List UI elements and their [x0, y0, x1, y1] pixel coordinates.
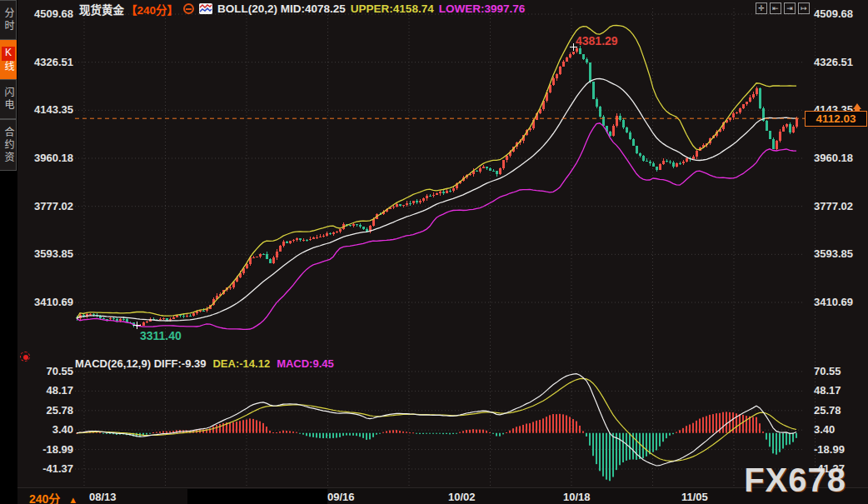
date-tick-label: 11/05: [681, 491, 708, 503]
low-point-marker: [133, 322, 141, 329]
left-axis-label: 4143.35: [25, 103, 73, 116]
macd-macd-value: MACD:9.45: [277, 357, 334, 370]
last-price-label: 4112.03: [805, 111, 867, 127]
boll-mid-line: [77, 79, 796, 322]
candlestick-layer: [76, 46, 798, 328]
right-axis-label: 3593.85: [814, 247, 853, 260]
period-selector[interactable]: 240分▲: [29, 490, 77, 504]
boll-lower-value: LOWER:3997.76: [439, 2, 526, 15]
left-tab-strip: 分时图 K线图 闪电图 合约资料: [0, 0, 17, 504]
trading-app-window: 分时图 K线图 闪电图 合约资料 现货黄金【240分】 BOLL(20,2) M…: [0, 0, 868, 504]
left-axis-label: 3777.02: [25, 200, 73, 212]
right-axis-label: 25.78: [814, 404, 841, 417]
indicator-chart-icon[interactable]: [199, 3, 212, 14]
right-axis-label: 70.55: [814, 365, 841, 377]
boll-upper-value: UPPER:4158.74: [351, 2, 434, 15]
right-axis-label: 3.40: [814, 423, 835, 436]
zoom-out-icon[interactable]: ⇤: [770, 2, 781, 14]
crosshair-tool-icon[interactable]: ✛: [756, 2, 767, 14]
tab-k-prefix: K: [2, 47, 15, 61]
tab-label: 闪电图: [0, 87, 14, 112]
macd-header: MACD(26,12,9) DIFF:-9.39 DEA:-14.12 MACD…: [75, 357, 334, 370]
left-axis-label: 4326.51: [25, 56, 73, 68]
left-axis-label: 3960.18: [25, 152, 73, 164]
left-axis-label: 3593.85: [25, 247, 73, 260]
chevron-up-icon: ▲: [68, 495, 77, 504]
alert-dot-icon[interactable]: [19, 351, 32, 364]
tab-label: 合约资料: [0, 127, 14, 164]
boll-lower-line: [77, 123, 796, 330]
high-price-annotation: 4381.29: [576, 34, 618, 47]
last-price-value: 4112.03: [816, 112, 856, 125]
tab-contract-info[interactable]: 合约资料: [0, 119, 17, 171]
tab-kline-chart[interactable]: K线图: [0, 40, 17, 79]
high-point-marker: [570, 43, 577, 51]
macd-layer: [76, 374, 797, 482]
tab-time-chart[interactable]: 分时图: [0, 0, 17, 40]
left-axis-label: 3410.69: [25, 296, 73, 308]
date-tick-label: 10/18: [563, 491, 591, 503]
left-axis-label: -41.37: [25, 462, 73, 475]
date-tick-label: 09/16: [327, 491, 355, 503]
grid-layer: [75, 8, 816, 486]
right-axis-label: -18.99: [814, 443, 845, 456]
collapse-icon[interactable]: [183, 3, 194, 14]
right-axis-label: 3777.02: [814, 200, 853, 212]
right-axis-label: 3410.69: [814, 296, 853, 308]
left-axis-label: 3.40: [25, 423, 73, 436]
chart-header: 现货黄金【240分】 BOLL(20,2) MID:4078.25 UPPER:…: [79, 2, 525, 16]
tab-lightning-chart[interactable]: 闪电图: [0, 79, 17, 119]
fx678-watermark: FX678: [744, 462, 846, 499]
pan-right-icon[interactable]: ↦: [798, 2, 810, 14]
bottom-bar-mask: [187, 489, 327, 504]
time-axis-bar: 240分▲ 08/1309/1610/0210/1811/05: [17, 487, 868, 504]
left-axis-label: 70.55: [25, 365, 73, 377]
tab-label: 分时图: [0, 7, 14, 32]
left-axis-label: 4509.68: [25, 7, 73, 20]
zoom-in-icon[interactable]: ⇥: [784, 2, 796, 14]
right-axis-label: 3960.18: [814, 152, 853, 164]
left-axis-label: 25.78: [25, 404, 73, 417]
left-axis-label: 48.17: [25, 384, 73, 397]
left-axis-label: -18.99: [25, 443, 73, 456]
latest-bar-arrow-icon[interactable]: [853, 103, 861, 109]
macd-dea-value: DEA:-14.12: [212, 357, 270, 370]
symbol-title: 现货黄金: [79, 1, 124, 17]
kline-chart-canvas[interactable]: [0, 0, 868, 504]
low-price-annotation: 3311.40: [140, 329, 182, 342]
right-axis-label: 4509.68: [814, 7, 853, 20]
date-tick-label: 10/02: [448, 491, 476, 503]
period-title: 【240分】: [126, 1, 178, 17]
right-axis-label: 4326.51: [814, 56, 853, 68]
macd-diff-value: MACD(26,12,9) DIFF:-9.39: [75, 357, 206, 370]
date-tick-label: 08/13: [89, 491, 117, 503]
boll-upper-line: [77, 26, 796, 319]
chart-toolbar: ✛ ⇤ ⇥ ↦: [756, 2, 810, 14]
right-axis-label: 48.17: [814, 384, 841, 397]
boll-mid-value: BOLL(20,2) MID:4078.25: [217, 2, 346, 15]
